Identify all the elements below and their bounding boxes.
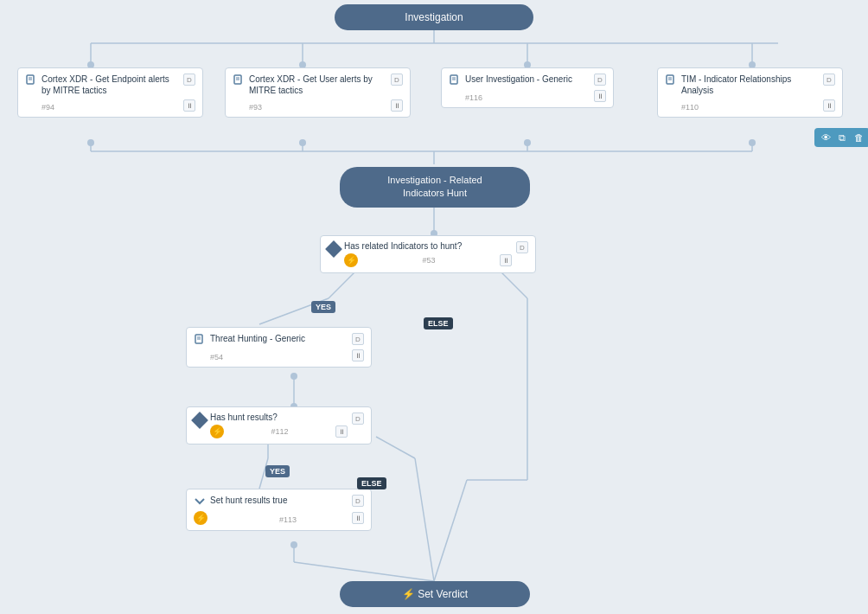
condition1-content: Has related Indicators to hunt? ⚡ #53 ⏸ <box>344 241 512 267</box>
document-icon5 <box>194 334 206 346</box>
condition1-pause[interactable]: ⏸ <box>500 254 512 266</box>
node2-header: Cortex XDR - Get User alerts by MITRE ta… <box>233 74 403 96</box>
condition2-num: #112 <box>271 427 288 436</box>
threat-hunt-pause-btn[interactable]: ⏸ <box>352 349 364 361</box>
yes-label-2: YES <box>265 465 290 477</box>
node4-detail-btn[interactable]: D <box>823 74 835 86</box>
lightning-badge2: ⚡ <box>210 425 224 438</box>
node-tim-indicator[interactable]: TIM - Indicator Relationships Analysis D… <box>657 67 843 118</box>
document-icon4 <box>665 74 677 86</box>
condition1-bottom: ⚡ #53 ⏸ <box>344 253 512 267</box>
set-hunt-pause-btn[interactable]: ⏸ <box>352 512 364 524</box>
node1-pause-btn[interactable]: ⏸ <box>183 99 195 112</box>
node1-detail-btn[interactable]: D <box>183 74 195 86</box>
node3-detail-btn[interactable]: D <box>594 74 606 86</box>
node-cortex-xdr-user[interactable]: Cortex XDR - Get User alerts by MITRE ta… <box>225 67 411 118</box>
investigation-node[interactable]: Investigation <box>335 4 533 30</box>
yes-label-1: YES <box>311 301 335 313</box>
svg-point-32 <box>524 139 531 146</box>
node1-title: Cortex XDR - Get Endpoint alerts by MITR… <box>41 74 179 96</box>
condition1-title: Has related Indicators to hunt? <box>344 241 512 251</box>
condition2-content: Has hunt results? ⚡ #112 ⏸ <box>210 413 348 438</box>
node3-controls: #116 ⏸ <box>449 90 606 102</box>
threat-hunt-detail-btn[interactable]: D <box>352 333 364 345</box>
document-icon3 <box>449 74 461 86</box>
node4-title: TIM - Indicator Relationships Analysis <box>681 74 819 96</box>
threat-hunt-header: Threat Hunting - Generic D <box>194 333 364 346</box>
node3-header: User Investigation - Generic D <box>449 74 606 86</box>
condition2-detail[interactable]: D <box>352 413 364 425</box>
set-verdict-label: ⚡ Set Verdict <box>402 588 468 600</box>
condition-has-hunt-results[interactable]: Has hunt results? ⚡ #112 ⏸ D <box>186 406 372 445</box>
delete-btn[interactable]: 🗑 <box>852 131 865 144</box>
set-hunt-id: #113 <box>279 515 297 524</box>
node1-id: #94 <box>41 103 54 112</box>
svg-point-36 <box>290 373 297 380</box>
node2-id: #93 <box>249 103 262 112</box>
node3-title: User Investigation - Generic <box>465 74 590 85</box>
svg-line-18 <box>434 480 467 581</box>
set-hunt-controls: ⚡ #113 ⏸ <box>194 511 364 525</box>
svg-line-25 <box>294 562 434 581</box>
node2-pause-btn[interactable]: ⏸ <box>391 99 403 112</box>
condition2-pause[interactable]: ⏸ <box>335 425 348 438</box>
node4-pause-btn[interactable]: ⏸ <box>823 99 835 112</box>
svg-point-30 <box>87 139 94 146</box>
node1-controls: #94 ⏸ <box>25 99 195 112</box>
investigation-related-node[interactable]: Investigation - RelatedIndicators Hunt <box>340 167 530 208</box>
workflow-canvas: Investigation Cortex XDR - Get Endpoint … <box>0 0 868 614</box>
node-cortex-xdr-endpoint[interactable]: Cortex XDR - Get Endpoint alerts by MITR… <box>17 67 203 118</box>
svg-point-31 <box>299 139 306 146</box>
lightning-badge1: ⚡ <box>344 253 358 267</box>
threat-hunt-controls: #54 ⏸ <box>194 349 364 361</box>
threat-hunt-title: Threat Hunting - Generic <box>210 333 348 344</box>
diamond-icon2 <box>191 412 208 429</box>
svg-point-38 <box>290 541 297 548</box>
node-set-hunt-results[interactable]: Set hunt results true D ⚡ #113 ⏸ <box>186 489 372 531</box>
node-threat-hunting[interactable]: Threat Hunting - Generic D #54 ⏸ <box>186 327 372 368</box>
node4-header: TIM - Indicator Relationships Analysis D <box>665 74 835 96</box>
svg-line-23 <box>415 458 434 581</box>
document-icon2 <box>233 74 245 86</box>
set-hunt-detail-btn[interactable]: D <box>352 495 364 507</box>
condition2-bottom: ⚡ #112 ⏸ <box>210 425 348 438</box>
set-verdict-node[interactable]: ⚡ Set Verdict <box>340 581 530 607</box>
svg-point-33 <box>749 139 756 146</box>
else-label-1: ELSE <box>424 317 453 329</box>
condition-has-related-indicators[interactable]: Has related Indicators to hunt? ⚡ #53 ⏸ … <box>320 235 536 273</box>
node4-controls: #110 ⏸ <box>665 99 835 112</box>
node2-controls: #93 ⏸ <box>233 99 403 112</box>
action-toolbar: 👁 ⧉ 🗑 <box>814 128 868 147</box>
node1-header: Cortex XDR - Get Endpoint alerts by MITR… <box>25 74 195 96</box>
node3-pause-btn[interactable]: ⏸ <box>594 90 606 102</box>
copy-btn[interactable]: ⧉ <box>835 131 849 144</box>
investigation-related-label: Investigation - RelatedIndicators Hunt <box>387 175 482 198</box>
set-hunt-title: Set hunt results true <box>210 495 348 506</box>
node4-id: #110 <box>681 103 699 112</box>
node2-title: Cortex XDR - Get User alerts by MITRE ta… <box>249 74 386 96</box>
set-hunt-header: Set hunt results true D <box>194 495 364 508</box>
chevron-icon <box>194 496 206 508</box>
threat-hunt-id: #54 <box>210 353 223 361</box>
investigation-label: Investigation <box>405 11 463 23</box>
document-icon <box>25 74 37 86</box>
view-btn[interactable]: 👁 <box>819 131 833 144</box>
node-user-investigation[interactable]: User Investigation - Generic D #116 ⏸ <box>441 67 614 108</box>
node3-id: #116 <box>465 93 482 102</box>
condition1-detail[interactable]: D <box>516 241 528 253</box>
svg-line-22 <box>376 437 415 458</box>
node2-detail-btn[interactable]: D <box>391 74 403 86</box>
condition1-num: #53 <box>422 256 435 265</box>
condition2-title: Has hunt results? <box>210 413 348 422</box>
else-label-2: ELSE <box>357 477 386 489</box>
diamond-icon1 <box>325 240 342 258</box>
lightning-badge3: ⚡ <box>194 511 207 525</box>
